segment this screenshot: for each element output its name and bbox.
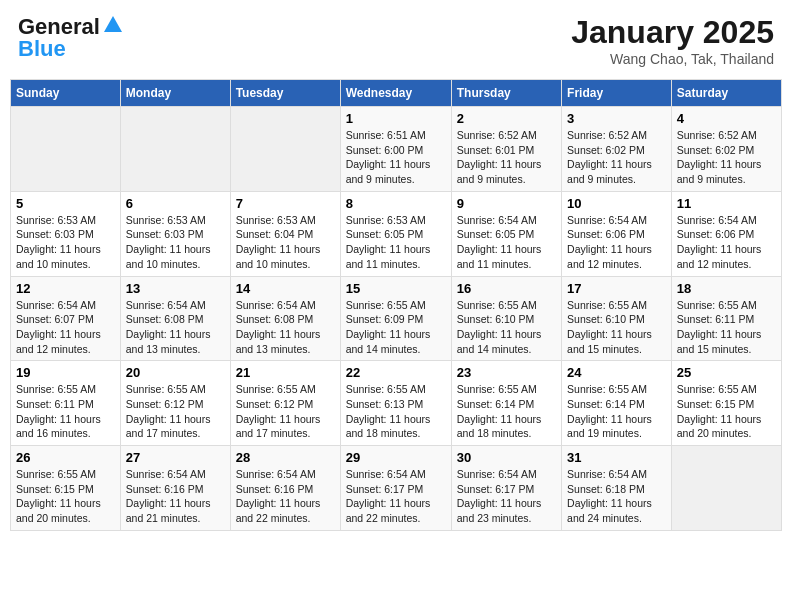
day-number: 24: [567, 365, 666, 380]
day-number: 11: [677, 196, 776, 211]
day-number: 10: [567, 196, 666, 211]
weekday-header-tuesday: Tuesday: [230, 80, 340, 107]
day-number: 22: [346, 365, 446, 380]
day-info: Sunrise: 6:55 AM Sunset: 6:10 PM Dayligh…: [567, 298, 666, 357]
day-number: 30: [457, 450, 556, 465]
day-info: Sunrise: 6:53 AM Sunset: 6:05 PM Dayligh…: [346, 213, 446, 272]
calendar-week-3: 12Sunrise: 6:54 AM Sunset: 6:07 PM Dayli…: [11, 276, 782, 361]
calendar-table: SundayMondayTuesdayWednesdayThursdayFrid…: [10, 79, 782, 531]
day-number: 18: [677, 281, 776, 296]
day-number: 12: [16, 281, 115, 296]
day-number: 16: [457, 281, 556, 296]
day-info: Sunrise: 6:55 AM Sunset: 6:12 PM Dayligh…: [236, 382, 335, 441]
day-info: Sunrise: 6:54 AM Sunset: 6:16 PM Dayligh…: [126, 467, 225, 526]
day-number: 23: [457, 365, 556, 380]
location: Wang Chao, Tak, Thailand: [571, 51, 774, 67]
day-info: Sunrise: 6:53 AM Sunset: 6:03 PM Dayligh…: [126, 213, 225, 272]
day-number: 17: [567, 281, 666, 296]
calendar-cell: 5Sunrise: 6:53 AM Sunset: 6:03 PM Daylig…: [11, 191, 121, 276]
calendar-week-2: 5Sunrise: 6:53 AM Sunset: 6:03 PM Daylig…: [11, 191, 782, 276]
month-title: January 2025: [571, 14, 774, 51]
day-number: 31: [567, 450, 666, 465]
day-number: 21: [236, 365, 335, 380]
day-info: Sunrise: 6:55 AM Sunset: 6:14 PM Dayligh…: [457, 382, 556, 441]
day-info: Sunrise: 6:55 AM Sunset: 6:10 PM Dayligh…: [457, 298, 556, 357]
weekday-header-saturday: Saturday: [671, 80, 781, 107]
calendar-cell: 1Sunrise: 6:51 AM Sunset: 6:00 PM Daylig…: [340, 107, 451, 192]
day-info: Sunrise: 6:55 AM Sunset: 6:09 PM Dayligh…: [346, 298, 446, 357]
logo-blue: Blue: [18, 36, 66, 62]
day-info: Sunrise: 6:54 AM Sunset: 6:05 PM Dayligh…: [457, 213, 556, 272]
day-number: 29: [346, 450, 446, 465]
calendar-cell: 16Sunrise: 6:55 AM Sunset: 6:10 PM Dayli…: [451, 276, 561, 361]
day-info: Sunrise: 6:55 AM Sunset: 6:11 PM Dayligh…: [677, 298, 776, 357]
day-info: Sunrise: 6:54 AM Sunset: 6:06 PM Dayligh…: [567, 213, 666, 272]
day-number: 25: [677, 365, 776, 380]
svg-marker-0: [104, 16, 122, 32]
calendar-cell: 13Sunrise: 6:54 AM Sunset: 6:08 PM Dayli…: [120, 276, 230, 361]
day-info: Sunrise: 6:54 AM Sunset: 6:06 PM Dayligh…: [677, 213, 776, 272]
calendar-cell: 23Sunrise: 6:55 AM Sunset: 6:14 PM Dayli…: [451, 361, 561, 446]
calendar-cell: [11, 107, 121, 192]
day-number: 5: [16, 196, 115, 211]
calendar-cell: 2Sunrise: 6:52 AM Sunset: 6:01 PM Daylig…: [451, 107, 561, 192]
day-number: 19: [16, 365, 115, 380]
weekday-header-sunday: Sunday: [11, 80, 121, 107]
day-info: Sunrise: 6:54 AM Sunset: 6:17 PM Dayligh…: [457, 467, 556, 526]
day-info: Sunrise: 6:53 AM Sunset: 6:03 PM Dayligh…: [16, 213, 115, 272]
calendar-week-5: 26Sunrise: 6:55 AM Sunset: 6:15 PM Dayli…: [11, 446, 782, 531]
day-number: 28: [236, 450, 335, 465]
calendar-week-4: 19Sunrise: 6:55 AM Sunset: 6:11 PM Dayli…: [11, 361, 782, 446]
calendar-cell: 15Sunrise: 6:55 AM Sunset: 6:09 PM Dayli…: [340, 276, 451, 361]
calendar-cell: [230, 107, 340, 192]
day-info: Sunrise: 6:55 AM Sunset: 6:15 PM Dayligh…: [16, 467, 115, 526]
logo: General Blue: [18, 14, 124, 62]
day-number: 20: [126, 365, 225, 380]
calendar-cell: 18Sunrise: 6:55 AM Sunset: 6:11 PM Dayli…: [671, 276, 781, 361]
logo-icon: [102, 14, 124, 36]
day-number: 8: [346, 196, 446, 211]
day-info: Sunrise: 6:54 AM Sunset: 6:07 PM Dayligh…: [16, 298, 115, 357]
day-info: Sunrise: 6:55 AM Sunset: 6:11 PM Dayligh…: [16, 382, 115, 441]
page-header: General Blue January 2025 Wang Chao, Tak…: [10, 10, 782, 71]
calendar-cell: 9Sunrise: 6:54 AM Sunset: 6:05 PM Daylig…: [451, 191, 561, 276]
calendar-week-1: 1Sunrise: 6:51 AM Sunset: 6:00 PM Daylig…: [11, 107, 782, 192]
calendar-cell: 11Sunrise: 6:54 AM Sunset: 6:06 PM Dayli…: [671, 191, 781, 276]
day-info: Sunrise: 6:52 AM Sunset: 6:02 PM Dayligh…: [677, 128, 776, 187]
day-info: Sunrise: 6:54 AM Sunset: 6:08 PM Dayligh…: [126, 298, 225, 357]
weekday-header-monday: Monday: [120, 80, 230, 107]
day-info: Sunrise: 6:54 AM Sunset: 6:17 PM Dayligh…: [346, 467, 446, 526]
calendar-cell: 3Sunrise: 6:52 AM Sunset: 6:02 PM Daylig…: [562, 107, 672, 192]
calendar-cell: 30Sunrise: 6:54 AM Sunset: 6:17 PM Dayli…: [451, 446, 561, 531]
day-number: 27: [126, 450, 225, 465]
calendar-cell: 26Sunrise: 6:55 AM Sunset: 6:15 PM Dayli…: [11, 446, 121, 531]
calendar-cell: 6Sunrise: 6:53 AM Sunset: 6:03 PM Daylig…: [120, 191, 230, 276]
calendar-cell: 12Sunrise: 6:54 AM Sunset: 6:07 PM Dayli…: [11, 276, 121, 361]
weekday-header-row: SundayMondayTuesdayWednesdayThursdayFrid…: [11, 80, 782, 107]
calendar-cell: [671, 446, 781, 531]
calendar-cell: [120, 107, 230, 192]
calendar-cell: 29Sunrise: 6:54 AM Sunset: 6:17 PM Dayli…: [340, 446, 451, 531]
day-info: Sunrise: 6:55 AM Sunset: 6:13 PM Dayligh…: [346, 382, 446, 441]
day-number: 9: [457, 196, 556, 211]
day-info: Sunrise: 6:55 AM Sunset: 6:12 PM Dayligh…: [126, 382, 225, 441]
calendar-cell: 28Sunrise: 6:54 AM Sunset: 6:16 PM Dayli…: [230, 446, 340, 531]
weekday-header-wednesday: Wednesday: [340, 80, 451, 107]
day-info: Sunrise: 6:55 AM Sunset: 6:14 PM Dayligh…: [567, 382, 666, 441]
day-number: 3: [567, 111, 666, 126]
calendar-cell: 20Sunrise: 6:55 AM Sunset: 6:12 PM Dayli…: [120, 361, 230, 446]
calendar-cell: 25Sunrise: 6:55 AM Sunset: 6:15 PM Dayli…: [671, 361, 781, 446]
day-number: 6: [126, 196, 225, 211]
calendar-cell: 24Sunrise: 6:55 AM Sunset: 6:14 PM Dayli…: [562, 361, 672, 446]
calendar-cell: 22Sunrise: 6:55 AM Sunset: 6:13 PM Dayli…: [340, 361, 451, 446]
day-number: 15: [346, 281, 446, 296]
day-info: Sunrise: 6:53 AM Sunset: 6:04 PM Dayligh…: [236, 213, 335, 272]
day-number: 14: [236, 281, 335, 296]
calendar-cell: 14Sunrise: 6:54 AM Sunset: 6:08 PM Dayli…: [230, 276, 340, 361]
weekday-header-thursday: Thursday: [451, 80, 561, 107]
day-info: Sunrise: 6:52 AM Sunset: 6:01 PM Dayligh…: [457, 128, 556, 187]
day-info: Sunrise: 6:52 AM Sunset: 6:02 PM Dayligh…: [567, 128, 666, 187]
title-block: January 2025 Wang Chao, Tak, Thailand: [571, 14, 774, 67]
day-number: 26: [16, 450, 115, 465]
calendar-cell: 17Sunrise: 6:55 AM Sunset: 6:10 PM Dayli…: [562, 276, 672, 361]
